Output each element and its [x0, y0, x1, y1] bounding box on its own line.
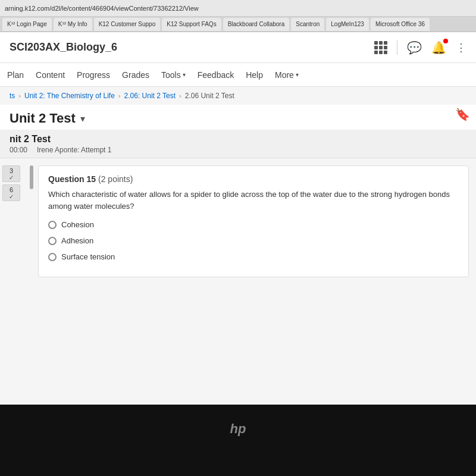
scroll-thumb — [30, 165, 33, 189]
header-icons: 💬 🔔 ⋮ — [374, 40, 466, 55]
tools-chevron-icon: ▾ — [183, 71, 186, 78]
bookmark-icon[interactable]: 🔖 — [455, 107, 470, 121]
tab-k12-myinfo[interactable]: K¹² My Info — [54, 18, 92, 31]
sidebar-q6[interactable]: 6 ✓ — [2, 184, 20, 201]
nav-tools[interactable]: Tools ▾ — [161, 70, 186, 80]
breadcrumb-chemistry[interactable]: Unit 2: The Chemistry of Life — [24, 92, 115, 100]
url-bar: arning.k12.com/d2l/le/content/466904/vie… — [0, 0, 476, 17]
test-student: Irene Aponte: Attempt 1 — [37, 146, 111, 154]
breadcrumb-sep-1: › — [18, 92, 21, 99]
course-title: SCI203AX_Biology_6 — [10, 41, 117, 54]
answer-option-adhesion[interactable]: Adhesion — [48, 236, 459, 245]
radio-adhesion[interactable] — [48, 237, 57, 245]
radio-surface-tension[interactable] — [48, 253, 57, 261]
grid-icon[interactable] — [374, 41, 387, 54]
nav-plan[interactable]: Plan — [7, 70, 24, 80]
answer-option-surface-tension[interactable]: Surface tension — [48, 252, 459, 261]
tab-scantron[interactable]: Scantron — [291, 18, 324, 31]
breadcrumb: ts › Unit 2: The Chemistry of Life › 2.0… — [0, 87, 476, 105]
page-wrapper: SCI203AX_Biology_6 💬 🔔 ⋮ Plan Content Pr… — [0, 32, 476, 405]
notification-dot — [443, 39, 448, 43]
option-surface-tension-label: Surface tension — [61, 252, 115, 261]
tab-k12-login[interactable]: K¹² Login Page — [2, 18, 52, 31]
more-icon[interactable]: ⋮ — [456, 41, 466, 54]
test-title: nit 2 Test — [10, 134, 466, 145]
more-chevron-icon: ▾ — [296, 71, 299, 78]
nav-bar: Plan Content Progress Grades Tools ▾ Fee… — [0, 63, 476, 87]
breadcrumb-unit2test[interactable]: 2.06: Unit 2 Test — [124, 92, 176, 100]
question-points: (2 points) — [98, 174, 133, 184]
test-timer: 00:00 — [10, 146, 27, 154]
page-title: Unit 2 Test — [10, 111, 76, 126]
tab-logmein[interactable]: LogMeIn123 — [326, 18, 369, 31]
question-card: Question 15 (2 points) Which characteris… — [38, 165, 469, 277]
chat-icon[interactable]: 💬 — [407, 40, 422, 55]
nav-grades[interactable]: Grades — [122, 70, 149, 80]
hp-logo: hp — [230, 421, 246, 437]
browser-tabs: K¹² Login Page K¹² My Info K12 Customer … — [0, 17, 476, 32]
nav-content[interactable]: Content — [36, 70, 65, 80]
breadcrumb-sep-2: › — [118, 92, 121, 99]
nav-help[interactable]: Help — [246, 70, 263, 80]
laptop-bezel: hp — [0, 405, 476, 476]
tab-blackboard[interactable]: Blackboard Collabora — [223, 18, 290, 31]
nav-more[interactable]: More ▾ — [275, 70, 299, 80]
breadcrumb-ts[interactable]: ts — [10, 92, 15, 100]
test-info-bar: nit 2 Test 00:00 Irene Aponte: Attempt 1 — [0, 130, 476, 158]
tab-k12-faqs[interactable]: K12 Support FAQs — [162, 18, 221, 31]
tab-k12-customer[interactable]: K12 Customer Suppo — [94, 18, 161, 31]
breadcrumb-current: 2.06 Unit 2 Test — [185, 92, 234, 100]
answer-option-cohesion[interactable]: Cohesion — [48, 220, 459, 229]
radio-cohesion[interactable] — [48, 221, 57, 229]
course-header: SCI203AX_Biology_6 💬 🔔 ⋮ — [0, 32, 476, 63]
question-number: Question 15 — [48, 174, 96, 184]
test-meta: 00:00 Irene Aponte: Attempt 1 — [10, 146, 466, 154]
sidebar-q3[interactable]: 3 ✓ — [2, 165, 20, 182]
browser-frame: arning.k12.com/d2l/le/content/466904/vie… — [0, 0, 476, 405]
breadcrumb-sep-3: › — [179, 92, 181, 99]
nav-progress[interactable]: Progress — [77, 70, 110, 80]
question-header: Question 15 (2 points) — [48, 174, 459, 184]
question-sidebar: 3 ✓ 6 ✓ — [2, 165, 24, 277]
nav-feedback[interactable]: Feedback — [198, 70, 234, 80]
option-cohesion-label: Cohesion — [61, 220, 94, 229]
url-text: arning.k12.com/d2l/le/content/466904/vie… — [5, 5, 199, 12]
page-title-chevron-icon[interactable]: ▾ — [80, 113, 85, 124]
question-text: Which characteristic of water allows for… — [48, 189, 459, 212]
tab-msoffice[interactable]: Microsoft Office 36 — [371, 18, 430, 31]
bell-icon[interactable]: 🔔 — [431, 40, 446, 55]
page-title-bar: Unit 2 Test ▾ 🔖 — [0, 105, 476, 130]
content-area: 3 ✓ 6 ✓ Question 15 (2 points) Which cha… — [0, 158, 476, 284]
option-adhesion-label: Adhesion — [61, 236, 93, 245]
